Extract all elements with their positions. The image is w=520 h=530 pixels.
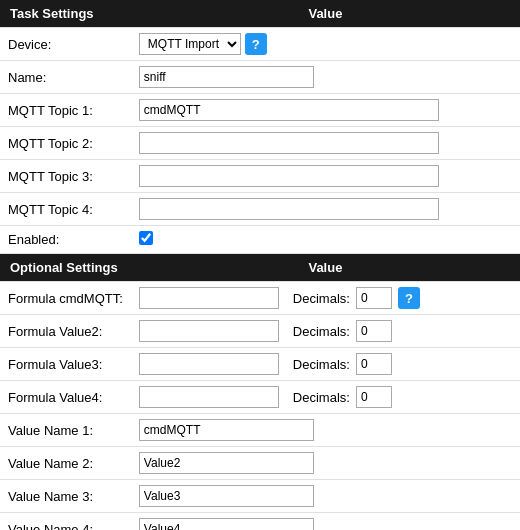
- formula3-row: Formula Value3: Decimals:: [0, 348, 520, 381]
- value-name1-input[interactable]: [139, 419, 314, 441]
- enabled-checkbox[interactable]: [139, 231, 153, 245]
- value-name3-row: Value Name 3:: [0, 480, 520, 513]
- decimals3-label: Decimals:: [293, 357, 350, 372]
- value-name2-input[interactable]: [139, 452, 314, 474]
- mqtt-topic3-input[interactable]: [139, 165, 439, 187]
- formula3-value-cell: Decimals:: [131, 348, 520, 381]
- value-name4-row: Value Name 4:: [0, 513, 520, 531]
- name-input[interactable]: [139, 66, 314, 88]
- device-label: Device:: [0, 28, 131, 61]
- mqtt-topic3-value-cell: [131, 160, 520, 193]
- mqtt-topic4-label: MQTT Topic 4:: [0, 193, 131, 226]
- enabled-label: Enabled:: [0, 226, 131, 254]
- mqtt-topic2-row: MQTT Topic 2:: [0, 127, 520, 160]
- mqtt-topic2-value-cell: [131, 127, 520, 160]
- formula-cmd-label: Formula cmdMQTT:: [0, 282, 131, 315]
- device-row: Device: MQTT Import ?: [0, 28, 520, 61]
- mqtt-topic1-row: MQTT Topic 1:: [0, 94, 520, 127]
- mqtt-topic3-label: MQTT Topic 3:: [0, 160, 131, 193]
- mqtt-topic1-label: MQTT Topic 1:: [0, 94, 131, 127]
- value-name1-row: Value Name 1:: [0, 414, 520, 447]
- name-row: Name:: [0, 61, 520, 94]
- value-name3-value-cell: [131, 480, 520, 513]
- formula-cmd-value-cell: Decimals: ?: [131, 282, 520, 315]
- enabled-value-cell: [131, 226, 520, 254]
- value-name4-value-cell: [131, 513, 520, 531]
- mqtt-topic4-value-cell: [131, 193, 520, 226]
- formula4-row: Formula Value4: Decimals:: [0, 381, 520, 414]
- device-value-cell: MQTT Import ?: [131, 28, 520, 61]
- enabled-row: Enabled:: [0, 226, 520, 254]
- device-select[interactable]: MQTT Import: [139, 33, 241, 55]
- mqtt-topic2-label: MQTT Topic 2:: [0, 127, 131, 160]
- formula4-value-cell: Decimals:: [131, 381, 520, 414]
- formula2-input[interactable]: [139, 320, 279, 342]
- optional-settings-title: Optional Settings: [0, 254, 131, 282]
- task-settings-title: Task Settings: [0, 0, 131, 28]
- device-help-button[interactable]: ?: [245, 33, 267, 55]
- task-settings-value-header: Value: [131, 0, 520, 28]
- mqtt-topic3-row: MQTT Topic 3:: [0, 160, 520, 193]
- mqtt-topic2-input[interactable]: [139, 132, 439, 154]
- task-settings-header: Task Settings Value: [0, 0, 520, 28]
- mqtt-topic4-row: MQTT Topic 4:: [0, 193, 520, 226]
- mqtt-topic4-input[interactable]: [139, 198, 439, 220]
- formula-cmd-row: Formula cmdMQTT: Decimals: ?: [0, 282, 520, 315]
- value-name3-label: Value Name 3:: [0, 480, 131, 513]
- decimals3-input[interactable]: [356, 353, 392, 375]
- decimals4-label: Decimals:: [293, 390, 350, 405]
- formula4-input[interactable]: [139, 386, 279, 408]
- value-name1-value-cell: [131, 414, 520, 447]
- decimals4-input[interactable]: [356, 386, 392, 408]
- mqtt-topic1-input[interactable]: [139, 99, 439, 121]
- decimals1-label: Decimals:: [293, 291, 350, 306]
- formula2-value-cell: Decimals:: [131, 315, 520, 348]
- name-value-cell: [131, 61, 520, 94]
- decimals2-label: Decimals:: [293, 324, 350, 339]
- value-name1-label: Value Name 1:: [0, 414, 131, 447]
- formula4-label: Formula Value4:: [0, 381, 131, 414]
- value-name4-input[interactable]: [139, 518, 314, 530]
- formula-cmd-input[interactable]: [139, 287, 279, 309]
- formula3-input[interactable]: [139, 353, 279, 375]
- value-name2-label: Value Name 2:: [0, 447, 131, 480]
- optional-settings-header: Optional Settings Value: [0, 254, 520, 282]
- value-name2-row: Value Name 2:: [0, 447, 520, 480]
- decimals1-input[interactable]: [356, 287, 392, 309]
- value-name4-label: Value Name 4:: [0, 513, 131, 531]
- formula2-row: Formula Value2: Decimals:: [0, 315, 520, 348]
- value-name2-value-cell: [131, 447, 520, 480]
- formula3-label: Formula Value3:: [0, 348, 131, 381]
- formula-help-button[interactable]: ?: [398, 287, 420, 309]
- optional-settings-value-header: Value: [131, 254, 520, 282]
- decimals2-input[interactable]: [356, 320, 392, 342]
- value-name3-input[interactable]: [139, 485, 314, 507]
- formula2-label: Formula Value2:: [0, 315, 131, 348]
- mqtt-topic1-value-cell: [131, 94, 520, 127]
- name-label: Name:: [0, 61, 131, 94]
